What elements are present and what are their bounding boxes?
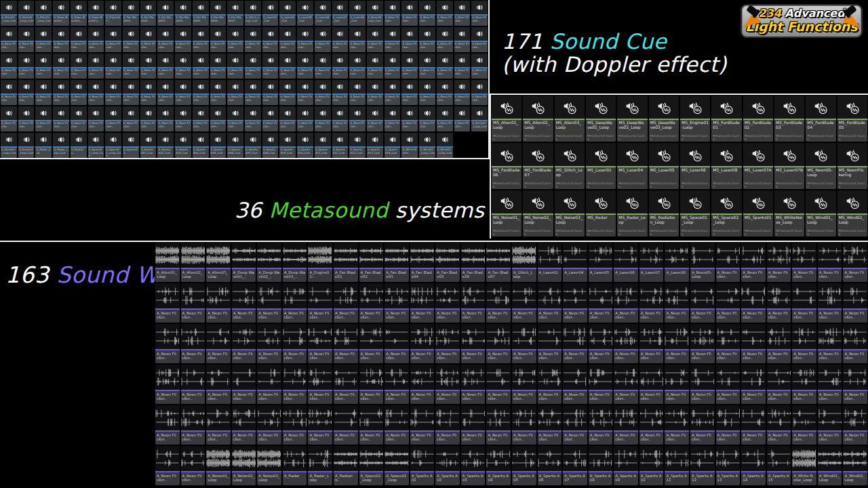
sound-cue-asset-tile[interactable]: A_Sparks A09_Cue <box>279 133 296 158</box>
sound-cue-asset-tile[interactable]: A_Neon Flicker.. <box>279 54 296 79</box>
sound-cue-asset-tile[interactable]: A_Neon Flicker.. <box>262 27 279 52</box>
sound-cue-asset-tile[interactable]: A_Neon Flicker.. <box>71 80 87 105</box>
sound-cue-asset-tile[interactable]: A_Neon Flicker.. <box>1 106 17 131</box>
sound-cue-asset-tile[interactable]: A_Neon Flicker.. <box>401 106 418 131</box>
sound-wave-asset-tile[interactable]: A_Neon Flicker.. <box>512 283 536 323</box>
sound-cue-asset-tile[interactable]: A_Neon Flicker.. <box>157 27 174 52</box>
sound-cue-asset-tile[interactable]: A_Neon Flicker.. <box>367 27 383 52</box>
sound-wave-asset-tile[interactable]: A_Laser07 <box>639 243 664 282</box>
sound-wave-asset-tile[interactable]: A_Wind02_Loop <box>843 446 867 485</box>
sound-wave-asset-tile[interactable]: A_Neon Flicker.. <box>308 283 332 323</box>
metasound-asset-tile[interactable]: MS_Alien02_LoopMetaSound Source <box>523 96 553 142</box>
sound-cue-asset-tile[interactable]: A_Neon Flicker.. <box>157 54 174 79</box>
sound-wave-asset-tile[interactable]: A_Fan Blade01 <box>334 243 358 282</box>
sound-wave-asset-tile[interactable]: A_Neon Flicker.. <box>232 405 256 445</box>
sound-cue-asset-tile[interactable]: A_Neon Flicker.. <box>88 54 104 79</box>
sound-cue-asset-tile[interactable]: A_Neon Flicker.. <box>88 80 104 105</box>
sound-wave-asset-tile[interactable]: A_Laser04 <box>563 243 587 282</box>
sound-wave-asset-tile[interactable]: A_Neon Flicker.. <box>843 243 867 282</box>
sound-cue-asset-tile[interactable]: A_Radar_Loop_Cue <box>53 133 69 158</box>
metasound-asset-tile[interactable]: MS_DeepWave02_LoopMetaSound Source <box>617 96 647 142</box>
metasound-asset-tile[interactable]: MS_Laser06MetaSound Source <box>680 143 710 189</box>
sound-cue-asset-tile[interactable]: A_Neon Flicker.. <box>123 80 139 105</box>
sound-cue-asset-tile[interactable]: A_Neon Flicker.. <box>88 27 104 52</box>
sound-cue-asset-tile[interactable]: A_Neon Flicker.. <box>401 80 418 105</box>
sound-wave-asset-tile[interactable]: A_Neon Flicker.. <box>538 283 562 323</box>
sound-wave-asset-tile[interactable]: A_Radiatio.. <box>334 446 358 485</box>
sound-wave-asset-tile[interactable]: A_Neon Flicker.. <box>639 365 664 404</box>
sound-cue-asset-tile[interactable]: A_Deep Wave01_.. <box>53 1 69 26</box>
sound-wave-asset-tile[interactable]: A_Neon Flicker.. <box>384 365 409 404</box>
sound-wave-asset-tile[interactable]: A_Neon Flicker.. <box>716 324 741 363</box>
sound-cue-asset-tile[interactable]: A_Fan Blade03.. <box>157 1 174 26</box>
sound-cue-asset-tile[interactable]: A_Neon Flicker.. <box>279 27 296 52</box>
sound-cue-asset-tile[interactable]: A_Neon Flicker.. <box>419 80 435 105</box>
sound-cue-asset-tile[interactable]: A_Neon Flicker.. <box>210 54 226 79</box>
sound-cue-asset-tile[interactable]: A_Neon Flicker.. <box>1 80 17 105</box>
sound-cue-asset-tile[interactable]: A_Neon Flicker.. <box>332 54 349 79</box>
sound-wave-asset-tile[interactable]: A_Neon Flicker.. <box>512 365 536 404</box>
sound-cue-asset-tile[interactable]: A_Neon Flicker.. <box>437 80 453 105</box>
sound-wave-asset-tile[interactable]: A_Neon Flicker.. <box>741 243 766 282</box>
sound-cue-asset-tile[interactable]: A_Neon Flicker.. <box>471 1 488 26</box>
sound-cue-asset-tile[interactable]: A_Neon Flicker.. <box>175 54 191 79</box>
sound-wave-asset-tile[interactable]: A_Neon Flicker.. <box>181 283 205 323</box>
sound-cue-asset-tile[interactable]: A_Neon Flicker.. <box>262 106 279 131</box>
sound-cue-asset-tile[interactable]: A_Neon Flicker.. <box>367 80 383 105</box>
sound-wave-asset-tile[interactable]: A_Neon Flicker.. <box>818 283 842 323</box>
sound-cue-asset-tile[interactable]: A_Wind02_Loop_Cue <box>437 133 453 158</box>
sound-wave-asset-tile[interactable]: A_Sparks A15 <box>767 446 791 485</box>
sound-cue-asset-tile[interactable]: A_Fan Blade02.. <box>140 1 157 26</box>
sound-cue-asset-tile[interactable]: A_Sparks01.. <box>123 133 139 158</box>
metasound-asset-tile[interactable]: MS_Wind02_LoopMetaSound Source <box>837 190 867 237</box>
sound-wave-asset-tile[interactable]: A_Neon Flicker.. <box>716 283 741 323</box>
sound-cue-asset-tile[interactable]: A_Neon Flicker.. <box>384 54 401 79</box>
sound-cue-asset-tile[interactable]: A_Neon Flicker.. <box>18 80 35 105</box>
sound-cue-asset-tile[interactable]: A_Noise01_Loop_Cue <box>471 106 488 131</box>
sound-cue-asset-tile[interactable]: A_Neon Flicker.. <box>140 80 157 105</box>
sound-wave-asset-tile[interactable]: A_Fan Blade07 <box>486 243 511 282</box>
metasound-asset-tile[interactable]: MS_Radiation_LoopMetaSound Source <box>649 190 679 237</box>
sound-wave-asset-tile[interactable]: A_Neon Flicker.. <box>257 283 281 323</box>
sound-cue-asset-tile[interactable]: A_Fan Blade07.. <box>227 1 243 26</box>
sound-cue-asset-tile[interactable]: A_Neon Flicker.. <box>315 27 331 52</box>
sound-wave-asset-tile[interactable]: A_Neon Flicker.. <box>384 405 409 445</box>
sound-wave-asset-tile[interactable]: A_Neon Flicker.. <box>538 365 562 404</box>
sound-cue-asset-tile[interactable]: A_Laser07_Cue <box>332 1 349 26</box>
sound-cue-asset-tile[interactable]: A_Neon Flicker.. <box>105 27 121 52</box>
sound-wave-asset-tile[interactable]: A_Neon Flicker.. <box>334 324 358 363</box>
sound-wave-asset-tile[interactable]: A_Neon Flicker.. <box>818 405 842 445</box>
sound-cue-asset-tile[interactable]: A_Neon Flicker.. <box>471 54 488 79</box>
sound-wave-asset-tile[interactable]: A_Neon Flicker.. <box>410 405 435 445</box>
sound-cue-asset-tile[interactable]: A_Neon Flicker.. <box>18 27 35 52</box>
sound-cue-asset-tile[interactable]: A_Neon Flicker.. <box>140 54 157 79</box>
sound-wave-asset-tile[interactable]: A_Alien03_Loop <box>206 243 231 282</box>
sound-wave-asset-tile[interactable]: A_Neon Flicker.. <box>384 324 409 363</box>
sound-wave-asset-tile[interactable]: A_Neon Flicker.. <box>334 283 358 323</box>
sound-cue-asset-tile[interactable]: A_Neon Flicker.. <box>210 106 226 131</box>
sound-wave-asset-tile[interactable]: A_Neon Flicker.. <box>589 324 613 363</box>
sound-cue-asset-tile[interactable]: A_Neon Flicker.. <box>401 27 418 52</box>
sound-wave-asset-tile[interactable]: A_Neon Flicker.. <box>435 324 460 363</box>
sound-wave-asset-tile[interactable]: A_Neon Flicker.. <box>716 405 741 445</box>
sound-cue-asset-tile[interactable]: A_Neon Flicker.. <box>193 106 209 131</box>
sound-wave-asset-tile[interactable]: A_Neon Flicker.. <box>181 446 205 485</box>
sound-cue-asset-tile[interactable]: A_Fan Blade04.. <box>175 1 191 26</box>
sound-cue-asset-tile[interactable]: A_Neon Flicker.. <box>349 27 366 52</box>
sound-wave-asset-tile[interactable]: A_Sparks A08 <box>589 446 613 485</box>
sound-cue-asset-tile[interactable]: A_Engine01-.. <box>105 1 121 26</box>
sound-wave-asset-tile[interactable]: A_Laser01 <box>538 243 562 282</box>
sound-cue-asset-tile[interactable]: A_Neon Flicker.. <box>437 1 453 26</box>
sound-cue-asset-tile[interactable]: A_Fan Blade06.. <box>210 1 226 26</box>
sound-wave-asset-tile[interactable]: A_Neon Flicker.. <box>181 324 205 363</box>
sound-wave-asset-tile[interactable]: A_Neon Flicker.. <box>155 365 180 404</box>
sound-wave-asset-tile[interactable]: A_Neon Flicker.. <box>232 283 256 323</box>
sound-wave-asset-tile[interactable]: A_Neon Flicker.. <box>563 283 587 323</box>
sound-cue-asset-tile[interactable]: A_Neon Flicker.. <box>53 80 69 105</box>
sound-cue-asset-tile[interactable]: A_Neon Flicker.. <box>210 27 226 52</box>
sound-cue-asset-tile[interactable]: A_Neon Flicker.. <box>454 54 471 79</box>
sound-wave-asset-tile[interactable]: A_Neon Flicker.. <box>716 243 741 282</box>
sound-wave-asset-tile[interactable]: A_Neon Flicker.. <box>283 365 307 404</box>
sound-wave-asset-tile[interactable]: A_Neon Flicker.. <box>410 324 435 363</box>
sound-cue-asset-tile[interactable]: A_Neon Flicker.. <box>53 106 69 131</box>
